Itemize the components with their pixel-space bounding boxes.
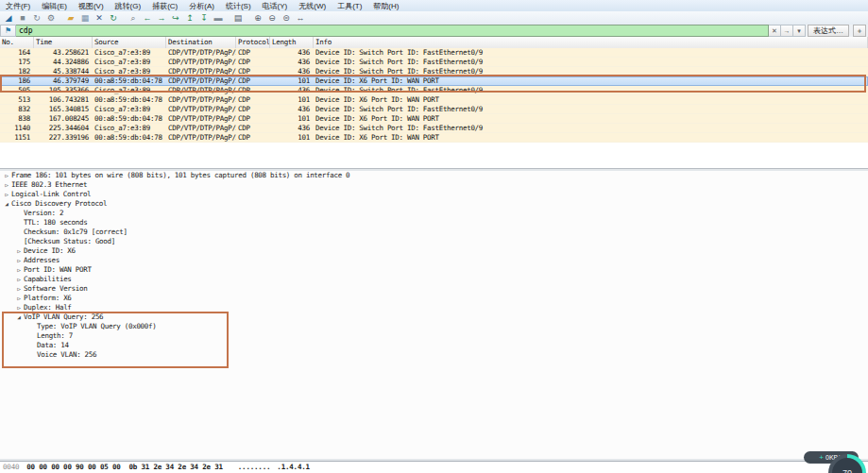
toolbar-find-packet-button[interactable]: ⌕	[127, 12, 140, 24]
packet-bytes-pane[interactable]: 0040 00 00 00 00 90 00 05 00 0b 31 2e 34…	[0, 461, 868, 473]
toolbar-resize-columns-button[interactable]: ↔	[294, 12, 307, 24]
filter-clear-button[interactable]: ✕	[769, 25, 781, 37]
toolbar-zoom-out-button[interactable]: ⊖	[265, 12, 279, 24]
detail-tree-item[interactable]: ▷Logical-Link Control	[0, 190, 868, 199]
toolbar-close-file-button[interactable]: ✕	[93, 12, 106, 24]
detail-tree-item[interactable]: Type: VoIP VLAN Query (0x000f)	[0, 322, 868, 331]
menu-item-g[interactable]: 跳转(G)	[110, 0, 147, 11]
expression-button[interactable]: 表达式…	[808, 25, 849, 37]
menu-item-y[interactable]: 电话(Y)	[257, 0, 294, 11]
packet-row[interactable]: 513106.74328100:a8:59:db:04:78CDP/VTP/DT…	[0, 95, 868, 105]
menu-item-a[interactable]: 分析(A)	[183, 0, 220, 11]
expanded-expander-icon[interactable]: ◢	[2, 199, 11, 209]
menu-item-v[interactable]: 视图(V)	[73, 0, 110, 11]
collapsed-expander-icon[interactable]: ▷	[14, 303, 24, 313]
collapsed-expander-icon[interactable]: ▷	[2, 180, 11, 190]
packet-row[interactable]: 1151227.33919600:a8:59:db:04:78CDP/VTP/D…	[0, 133, 868, 143]
column-header-protocol[interactable]: Protocol	[236, 37, 270, 48]
detail-tree-item[interactable]: ▷Platform: X6	[0, 294, 868, 303]
toolbar-zoom-in-button[interactable]: ⊕	[251, 12, 264, 24]
toolbar-capture-options-button[interactable]: ⚙	[44, 12, 58, 24]
collapsed-expander-icon[interactable]: ▷	[14, 265, 24, 275]
toolbar-start-capture-button[interactable]: ◢	[2, 12, 15, 24]
detail-tree-item[interactable]: Version: 2	[0, 209, 868, 218]
toolbar-go-first-button[interactable]: ↥	[183, 12, 196, 24]
collapsed-expander-icon[interactable]: ▷	[14, 284, 24, 294]
detail-tree-item[interactable]: Data: 14	[0, 341, 868, 350]
menu-item-w[interactable]: 无线(W)	[293, 0, 332, 11]
collapsed-expander-icon[interactable]: ▷	[14, 294, 24, 303]
detail-tree-item[interactable]: Checksum: 0x1c79 [correct]	[0, 228, 868, 237]
column-header-length[interactable]: Length	[270, 37, 314, 48]
toolbar-open-file-button[interactable]: ▰	[64, 12, 77, 24]
cell-time: 165.340815	[34, 105, 93, 114]
collapsed-expander-icon[interactable]: ▷	[14, 275, 24, 284]
column-header-time[interactable]: Time	[34, 37, 93, 48]
toolbar-save-file-button[interactable]: ▦	[78, 12, 92, 24]
column-header-source[interactable]: Source	[93, 37, 166, 48]
toolbar-go-last-button[interactable]: ↧	[197, 12, 211, 24]
filter-add-button[interactable]: ＋	[853, 25, 866, 37]
detail-tree-item[interactable]: Voice VLAN: 256	[0, 350, 868, 360]
detail-tree-item[interactable]: ▷Capabilities	[0, 275, 868, 284]
packet-row[interactable]: 17544.324886Cisco_a7:e3:89CDP/VTP/DTP/PA…	[0, 58, 868, 67]
collapsed-expander-icon[interactable]: ▷	[2, 190, 11, 199]
detail-tree-item[interactable]: ▷Frame 186: 101 bytes on wire (808 bits)…	[0, 171, 868, 180]
toolbar-auto-scroll-button[interactable]: ▬	[212, 12, 225, 24]
hex-bytes-right[interactable]: 0b 31 2e 34 2e 34 2e 31	[129, 462, 223, 473]
packet-row[interactable]: 16443.258621Cisco_a7:e3:89CDP/VTP/DTP/PA…	[0, 48, 868, 58]
packet-row[interactable]: 505105.335366Cisco_a7:e3:89CDP/VTP/DTP/P…	[0, 86, 868, 95]
packet-row[interactable]: 18245.338744Cisco_a7:e3:89CDP/VTP/DTP/PA…	[0, 67, 868, 76]
collapsed-expander-icon[interactable]: ▷	[14, 256, 24, 265]
detail-tree-item[interactable]: ▷Software Version	[0, 284, 868, 294]
go-first-icon: ↥	[186, 14, 194, 23]
column-header-no[interactable]: No.	[0, 37, 34, 48]
toolbar-reload-file-button[interactable]: ↻	[107, 12, 120, 24]
filter-dropdown-button[interactable]: ▾	[793, 25, 806, 37]
detail-tree-item[interactable]: [Checksum Status: Good]	[0, 237, 868, 246]
packet-row[interactable]: 838167.00824500:a8:59:db:04:78CDP/VTP/DT…	[0, 114, 868, 124]
column-header-info[interactable]: Info	[314, 37, 868, 48]
detail-tree-item[interactable]: ▷Port ID: WAN PORT	[0, 265, 868, 275]
column-header-destination[interactable]: Destination	[166, 37, 236, 48]
toolbar-separator	[246, 12, 250, 24]
collapsed-expander-icon[interactable]: ▷	[2, 171, 11, 180]
detail-tree-item[interactable]: ▷Addresses	[0, 256, 868, 265]
cell-protocol: CDP	[236, 86, 270, 95]
menu-item-s[interactable]: 统计(S)	[220, 0, 257, 11]
detail-text: IEEE 802.3 Ethernet	[11, 180, 87, 190]
detail-tree-item[interactable]: ◢Cisco Discovery Protocol	[0, 199, 868, 209]
toolbar-stop-capture-button[interactable]: ■	[16, 12, 29, 24]
menu-item-f[interactable]: 文件(F)	[0, 0, 36, 11]
detail-tree-item[interactable]: ▷IEEE 802.3 Ethernet	[0, 180, 868, 190]
detail-tree-item[interactable]: TTL: 180 seconds	[0, 218, 868, 228]
toolbar-restart-capture-button[interactable]: ↻	[30, 12, 43, 24]
display-filter-input[interactable]: cdp	[16, 25, 769, 37]
menu-item-e[interactable]: 编辑(E)	[36, 0, 73, 11]
toolbar-zoom-original-button[interactable]: ⊜	[280, 12, 293, 24]
filter-bookmark-button[interactable]: ⚑	[0, 25, 16, 37]
packet-row[interactable]: 832165.340815Cisco_a7:e3:89CDP/VTP/DTP/P…	[0, 105, 868, 114]
filter-apply-button[interactable]: →	[781, 25, 793, 37]
wireshark-window: 文件(F)编辑(E)视图(V)跳转(G)捕获(C)分析(A)统计(S)电话(Y)…	[0, 0, 868, 473]
toolbar-go-forward-button[interactable]: →	[155, 12, 168, 24]
detail-tree-item[interactable]: ◢VoIP VLAN Query: 256	[0, 313, 868, 322]
detail-tree-item[interactable]: Length: 7	[0, 331, 868, 341]
menu-item-c[interactable]: 捕获(C)	[146, 0, 183, 11]
toolbar-colorize-packets-button[interactable]: ▤	[231, 12, 245, 24]
menu-item-t[interactable]: 工具(T)	[332, 0, 367, 11]
menu-item-h[interactable]: 帮助(H)	[367, 0, 404, 11]
toolbar-go-back-button[interactable]: ←	[141, 12, 154, 24]
cell-source: Cisco_a7:e3:89	[93, 124, 166, 133]
packet-row[interactable]: 1140225.344604Cisco_a7:e3:89CDP/VTP/DTP/…	[0, 124, 868, 133]
detail-tree-item[interactable]: ▷Duplex: Half	[0, 303, 868, 313]
expanded-expander-icon[interactable]: ◢	[14, 313, 24, 322]
toolbar-go-to-packet-button[interactable]: ↪	[169, 12, 182, 24]
packet-row[interactable]: 18646.37974900:a8:59:db:04:78CDP/VTP/DTP…	[0, 76, 868, 86]
cell-protocol: CDP	[236, 58, 270, 67]
cell-time: 46.379749	[34, 76, 93, 86]
collapsed-expander-icon[interactable]: ▷	[14, 246, 24, 256]
go-back-icon: ←	[144, 14, 152, 23]
detail-tree-item[interactable]: ▷Device ID: X6	[0, 246, 868, 256]
hex-bytes-left[interactable]: 00 00 00 00 90 00 05 00	[26, 462, 120, 473]
